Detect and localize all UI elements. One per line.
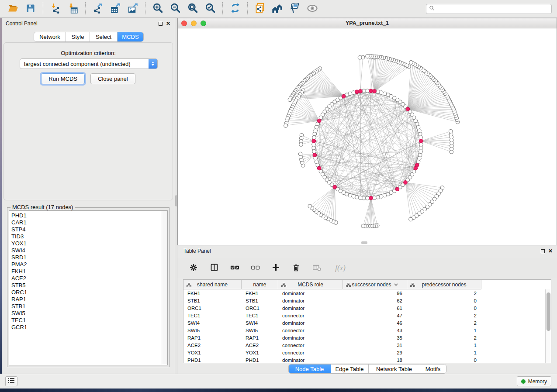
zoom-fit-button[interactable] [185, 1, 200, 16]
table-cell[interactable]: YOX1 [242, 350, 278, 355]
graph-node-mcds[interactable] [373, 89, 377, 93]
table-cell[interactable]: 0 [407, 358, 481, 363]
column-header-predecessor-nodes[interactable]: predecessor nodes [407, 280, 481, 289]
mcds-result-item[interactable]: STB5 [11, 282, 167, 289]
graph-node-mcds[interactable] [333, 185, 337, 189]
table-cell[interactable]: dominator [278, 335, 343, 340]
graph-node-mcds[interactable] [317, 119, 321, 123]
column-header-successor-nodes[interactable]: successor nodes [343, 280, 407, 289]
table-cell[interactable]: 2 [407, 320, 481, 326]
network-canvas[interactable] [178, 28, 557, 245]
mcds-result-item[interactable]: ORC1 [11, 289, 167, 296]
import-network-button[interactable] [48, 1, 63, 16]
table-cell[interactable]: ORC1 [242, 306, 278, 311]
table-row[interactable]: RAP1RAP1dominator352 [183, 334, 545, 341]
first-neighbors-button[interactable] [270, 1, 285, 16]
export-table-button[interactable] [108, 1, 123, 16]
close-panel-button[interactable]: Close panel [90, 73, 135, 84]
mcds-result-item[interactable]: ACE2 [11, 275, 167, 282]
mcds-result-item[interactable]: TID3 [11, 233, 167, 240]
table-row[interactable]: STB1STB1dominator620 [183, 297, 545, 304]
sort-indicator-icon[interactable] [394, 283, 398, 286]
table-cell[interactable]: 46 [343, 320, 407, 326]
splitter-grip[interactable] [175, 195, 177, 206]
table-cell[interactable]: dominator [278, 358, 343, 363]
graph-node[interactable] [298, 152, 302, 156]
column-header-name[interactable]: name [242, 280, 278, 289]
table-options-button[interactable] [188, 262, 199, 274]
table-cell[interactable]: STB1 [242, 298, 278, 303]
graph-node[interactable] [419, 143, 423, 147]
close-panel-icon[interactable]: ✕ [548, 249, 553, 253]
table-cell[interactable]: 31 [343, 343, 407, 348]
graph-node[interactable] [358, 55, 362, 59]
graph-node[interactable] [366, 55, 370, 58]
graph-node-mcds[interactable] [369, 196, 373, 200]
graph-node[interactable] [284, 124, 288, 128]
graph-node-mcds[interactable] [355, 90, 359, 94]
mcds-result-item[interactable]: STP4 [11, 226, 167, 233]
criterion-select[interactable]: largest connected component (undirected) [20, 58, 158, 69]
show-hide-button[interactable] [305, 1, 320, 16]
create-column-button[interactable] [270, 262, 281, 274]
table-cell[interactable]: 62 [343, 298, 407, 303]
graph-node-mcds[interactable] [406, 107, 410, 111]
graph-node[interactable] [299, 143, 303, 147]
tab-mcds[interactable]: MCDS [118, 32, 143, 41]
table-cell[interactable]: 0 [407, 298, 481, 303]
table-row[interactable]: YOX1YOX1connector291 [183, 349, 545, 356]
graph-node[interactable] [308, 204, 312, 208]
graph-node-mcds[interactable] [317, 166, 321, 170]
show-column-button[interactable] [208, 262, 220, 274]
mcds-result-item[interactable]: SWI5 [11, 310, 167, 317]
annotation-button[interactable] [287, 1, 302, 16]
mcds-result-list[interactable]: PHD1CAR1STP4TID3YOX1SWI4SRD1PMA2FKH1ACE2… [9, 210, 168, 365]
graph-node[interactable] [409, 217, 413, 221]
mcds-result-item[interactable]: STB1 [11, 303, 167, 310]
scrollbar-thumb[interactable] [547, 292, 550, 331]
tab-select[interactable]: Select [90, 32, 118, 41]
graph-node[interactable] [449, 130, 453, 134]
graph-node[interactable] [314, 129, 318, 133]
graph-node[interactable] [312, 146, 316, 150]
graph-node[interactable] [373, 196, 377, 200]
table-cell[interactable]: YOX1 [183, 350, 242, 355]
graph-node-mcds[interactable] [395, 187, 399, 191]
mcds-result-item[interactable]: SRD1 [11, 254, 167, 261]
table-cell[interactable]: dominator [278, 320, 343, 326]
table-cell[interactable]: dominator [278, 306, 343, 311]
mcds-result-item[interactable]: SWI4 [11, 247, 167, 254]
float-panel-icon[interactable] [541, 249, 545, 253]
graph-node-mcds[interactable] [415, 163, 419, 167]
table-cell[interactable]: ACE2 [242, 343, 278, 348]
graph-node[interactable] [361, 224, 365, 228]
table-cell[interactable]: FKH1 [242, 291, 278, 296]
delete-columns-button[interactable] [291, 262, 302, 274]
table-row[interactable]: ACE2ACE2connector311 [183, 341, 545, 349]
graph-node-mcds[interactable] [369, 89, 373, 93]
graph-node[interactable] [409, 61, 413, 65]
list-scrollbar[interactable] [162, 211, 167, 364]
table-cell[interactable]: 43 [343, 328, 407, 333]
table-row[interactable]: TEC1TEC1connector472 [183, 312, 545, 319]
close-panel-icon[interactable]: ✕ [166, 22, 170, 26]
network-graph[interactable] [178, 28, 557, 245]
mcds-result-item[interactable]: PMA2 [11, 261, 167, 268]
table-cell[interactable]: 2 [407, 313, 481, 318]
table-cell[interactable]: 61 [343, 306, 407, 311]
network-titlebar[interactable]: YPA_prune.txt_1 [178, 18, 557, 28]
graph-node[interactable] [366, 89, 370, 93]
graph-node[interactable] [419, 150, 423, 154]
table-scrollbar[interactable] [545, 289, 551, 363]
graph-node-mcds[interactable] [312, 139, 316, 143]
table-cell[interactable]: 0 [407, 306, 481, 311]
graph-node[interactable] [419, 146, 423, 150]
tab-node-table[interactable]: Node Table [289, 364, 331, 373]
zoom-out-button[interactable] [168, 1, 183, 16]
unselect-all-columns-button[interactable] [249, 262, 261, 274]
graph-node-mcds[interactable] [419, 139, 423, 143]
tab-style[interactable]: Style [66, 32, 90, 41]
graph-node[interactable] [313, 132, 317, 136]
mcds-result-item[interactable]: CAR1 [11, 219, 167, 226]
graph-node[interactable] [376, 90, 380, 94]
